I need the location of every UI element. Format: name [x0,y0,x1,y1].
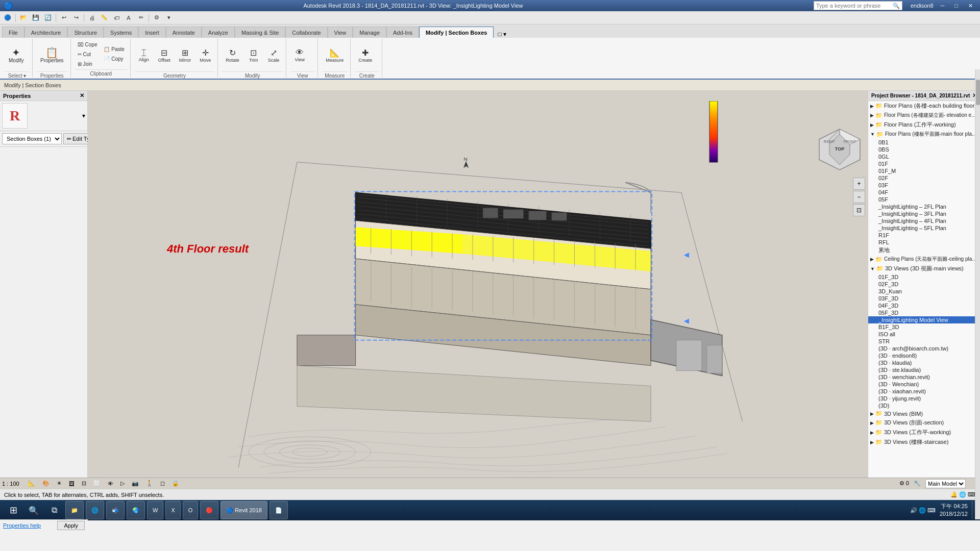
pb-item-iso-all[interactable]: ISO all [868,331,980,338]
crop-btn[interactable]: ⊡ [79,479,89,488]
tab-modify-section-boxes[interactable]: Modify | Section Boxes [419,27,494,38]
3d-view-btn[interactable]: ▷ [118,479,127,488]
tab-massing[interactable]: Massing & Site [235,27,285,38]
pb-item-02f[interactable]: 02F [868,174,980,182]
join-btn[interactable]: ⊞ Join [75,59,100,68]
pb-item-03f[interactable]: 03F [868,182,980,189]
taskbar-word[interactable]: W [147,501,163,519]
pb-item-3d-ste-klaudia[interactable]: (3D · ste.klaudia) [868,366,980,373]
visual-style-btn[interactable]: 🎨 [40,479,52,488]
qa-dropdown-btn[interactable]: ▾ [163,13,175,23]
pb-item-3d-klaudia[interactable]: (3D · klaudia) [868,359,980,366]
pb-category-3d-section[interactable]: ▶ 📁 3D Views (剖面-section) [868,418,980,428]
tab-insert[interactable]: Insert [138,27,166,38]
pb-category-ceiling[interactable]: ▶ 📁 Ceiling Plans (天花板平面圖-ceiling pla... [868,255,980,264]
show-hide-btn[interactable]: 👁 [105,479,116,488]
view-btn[interactable]: 👁 View [290,40,309,70]
scale-btn[interactable]: ⤢ Scale [264,40,283,70]
pb-category-3d-staircase[interactable]: ▶ 📁 3D Views (樓梯-staircase) [868,437,980,447]
viewport[interactable]: N 4th Floor result [88,91,868,478]
taskbar-explorer[interactable]: 📁 [65,501,84,519]
tab-collaborate[interactable]: Collaborate [285,27,327,38]
copy-btn[interactable]: 📄 Copy [101,55,127,64]
pb-content[interactable]: ▶ 📁 Floor Plans (各樓-each building floor)… [868,101,980,478]
task-view-btn[interactable]: ⧉ [45,501,63,519]
align-btn[interactable]: ⌶ Align [135,40,153,70]
pb-item-3d-wenchian-revit[interactable]: (3D · wenchian.revit) [868,373,980,381]
tab-annotate[interactable]: Annotate [166,27,202,38]
taskbar-ie[interactable]: 🌐 [86,501,104,519]
camera-btn[interactable]: 📷 [129,479,141,488]
workset-btn[interactable]: 🔧 [911,479,923,488]
taskbar-edge[interactable]: 🌏 [127,501,145,519]
minimize-btn[interactable]: ─ [938,3,948,9]
pb-item-3d[interactable]: (3D) [868,402,980,409]
pb-item-05f[interactable]: 05F [868,196,980,203]
pb-category-3d-working[interactable]: ▶ 📁 3D Views (工作平-working) [868,428,980,437]
pb-category-floor-each[interactable]: ▶ 📁 Floor Plans (各樓-each building floor) [868,101,980,111]
pb-category-floor-elevation[interactable]: ▶ 📁 Floor Plans (各樓建築立面- elevation e... [868,111,980,120]
title-search-input[interactable] [816,3,893,9]
pb-item-0bs[interactable]: 0BS [868,146,980,153]
search-btn[interactable]: 🔍 [24,501,43,519]
pb-category-floor-working[interactable]: ▶ 📁 Floor Plans (工作平-working) [868,120,980,130]
tab-structure[interactable]: Structure [67,27,104,38]
sunpath-btn[interactable]: ☀ [54,479,64,488]
pb-item-02f-3d[interactable]: 02F_3D [868,281,980,288]
tab-manage[interactable]: Manage [353,27,386,38]
paste-btn[interactable]: 📋 Paste [101,45,127,54]
zoom-in-btn[interactable]: + [853,178,865,190]
pb-item-3d-kuan[interactable]: 3D_Kuan [868,288,980,295]
pb-item-05f-3d[interactable]: 05F_3D [868,309,980,316]
cut-btn[interactable]: ✂ Cut [75,49,100,59]
measure-btn[interactable]: 📐 Measure [322,40,347,70]
search-box-area[interactable]: 🔍 [814,1,902,10]
qa-revit-btn[interactable]: 🔵 [2,13,13,23]
apply-btn[interactable]: Apply [57,521,85,530]
render-btn[interactable]: 🖼 [66,479,77,488]
pb-category-3d-bim[interactable]: ▶ 📁 3D Views (BIM) [868,409,980,418]
pb-item-03f-3d[interactable]: 03F_3D [868,295,980,302]
qa-text-btn[interactable]: A [123,13,134,23]
taskbar-mail[interactable]: 📬 [106,501,125,519]
view-controls-icon[interactable]: □ ▾ [498,31,506,38]
tab-view[interactable]: View [328,27,353,38]
pb-item-0b1[interactable]: 0B1 [868,139,980,146]
qa-settings-btn[interactable]: ⚙ [151,13,162,23]
pb-item-3d-xiaohan[interactable]: (3D · xiaohan.revit) [868,388,980,395]
pb-item-01f-3d[interactable]: 01F_3D [868,273,980,281]
pb-item-01fm[interactable]: 01F_M [868,167,980,174]
close-btn[interactable]: ✕ [965,3,976,9]
mirror-btn[interactable]: ⊞ Mirror [176,40,195,70]
pb-item-3d-endison8[interactable]: (3D · endison8) [868,352,980,359]
tab-file[interactable]: File [2,27,24,38]
pb-item-cumulative[interactable]: 累地 [868,246,980,255]
pb-item-0gl[interactable]: 0GL [868,153,980,160]
taskbar-excel[interactable]: X [165,501,180,519]
tab-analyze[interactable]: Analyze [202,27,235,38]
pb-item-04f-3d[interactable]: 04F_3D [868,302,980,309]
qa-tag-btn[interactable]: 🏷 [111,13,122,23]
view-template-btn[interactable]: 📐 [26,479,38,488]
pb-item-3d-wenchian[interactable]: (3D · Wenchian) [868,381,980,388]
qa-measure-btn[interactable]: 📏 [99,13,110,23]
lock-btn[interactable]: 🔒 [169,479,182,488]
maximize-btn[interactable]: □ [951,3,961,9]
pb-item-r1f[interactable]: R1F [868,232,980,239]
section-box-dropdown[interactable]: Section Boxes (1) [2,133,62,144]
qa-annotate-btn[interactable]: ✏ [135,13,146,23]
type-dropdown-arrow[interactable]: ▾ [82,112,85,119]
tab-architecture[interactable]: Architecture [24,27,68,38]
pb-item-3d-yijung[interactable]: (3D · yijung.revit) [868,395,980,402]
tab-systems[interactable]: Systems [104,27,138,38]
nav-cube[interactable]: TOP FRONT RIGHT [812,121,863,172]
properties-help-link[interactable]: Properties help [3,522,41,529]
pb-item-insight-2fl[interactable]: _InsightLighting – 2FL Plan [868,203,980,210]
pb-item-01f[interactable]: 01F [868,160,980,167]
model-selector[interactable]: Main Model [925,479,966,488]
properties-btn[interactable]: 📋 Properties [37,40,67,70]
pb-item-str[interactable]: STR [868,338,980,345]
pb-item-insight-3fl[interactable]: _InsightLighting – 3FL Plan [868,210,980,217]
start-btn[interactable]: ⊞ [4,501,22,519]
qa-undo-btn[interactable]: ↩ [58,13,69,23]
